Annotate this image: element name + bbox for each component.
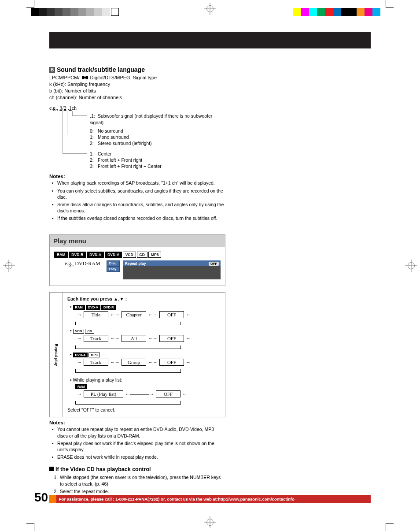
swatch	[309, 8, 317, 16]
each-time-line: Each time you press ▲,▼ :	[67, 296, 221, 301]
note-item: ERASE does not work while in repeat play…	[54, 454, 225, 460]
header-black-band	[49, 32, 371, 48]
crop-mark-tl	[26, 0, 34, 8]
square-bullet-icon	[49, 467, 54, 471]
badge-row-4: RAM	[70, 383, 221, 389]
note-item: Repeat play does not work if the disc's …	[54, 440, 225, 453]
section-b-title: BSound track/subtitle language	[49, 66, 225, 73]
swatch	[39, 8, 47, 16]
def-subwoofer: .1:Subwoofer signal (not displayed if th…	[90, 113, 225, 125]
swatch	[317, 8, 325, 16]
disc-badge: DVD-A	[87, 252, 104, 258]
def-surround-1: 1:Mono surround	[90, 134, 129, 140]
flow-chapter: Chapter	[122, 311, 146, 318]
dark-strip	[123, 266, 221, 279]
def-surround-2: 2:Stereo surround (left/right)	[90, 140, 152, 146]
flow-row-3: →Track ←→Group ←→OFF←	[75, 359, 221, 366]
swatch	[78, 8, 86, 16]
eg-dvd-ram: e.g., DVD-RAM	[65, 260, 100, 267]
flow-title: Title	[84, 311, 108, 318]
repeat-off-badge: OFF	[209, 262, 219, 266]
loop-line	[75, 401, 181, 405]
note-item: When playing back recordings of SAP broa…	[54, 180, 225, 186]
def-surround-0: 0:No surround	[90, 128, 123, 134]
ch-line: ch (channel): Number of channels	[49, 94, 225, 101]
flow-row-2: →Track ←→All ←→OFF←	[75, 335, 221, 342]
crop-mark-tr	[386, 0, 394, 8]
vcd-step-1: While stopped (the screen saver is on th…	[59, 474, 225, 487]
swatch	[94, 8, 102, 16]
play-menu-header: Play menu	[49, 234, 225, 247]
eg-label: e.g., 3/2 .1ch	[49, 105, 77, 111]
vcd-section: If the Video CD has playback control Whi…	[49, 466, 225, 494]
loop-line	[75, 345, 181, 349]
disc-badge: DVD-R	[69, 252, 86, 258]
flow-playlist: PL (Play list)	[84, 390, 123, 397]
tree-line	[72, 111, 73, 115]
signal-type-line: LPCM/PPCM/ Digital/DTS/MPEG: Signal type	[49, 74, 225, 81]
section-b-title-text: Sound track/subtitle language	[57, 66, 145, 73]
khz-line: k (kHz): Sampling frequency	[49, 81, 225, 88]
flow-off: OFF	[156, 390, 181, 397]
page-content: BSound track/subtitle language LPCM/PPCM…	[49, 66, 225, 495]
flow-off: OFF	[159, 359, 184, 366]
disc-badge: RAM	[54, 252, 68, 258]
tree-line	[67, 111, 67, 135]
flow-off: OFF	[159, 335, 184, 342]
disc-badge: DVD-V	[86, 305, 100, 310]
disc-badge: DVD-V	[105, 252, 122, 258]
swatch	[372, 8, 380, 16]
note-item: If the subtitles overlap closed captions…	[54, 215, 225, 221]
swatch	[349, 8, 357, 16]
vcd-steps: While stopped (the screen saver is on th…	[59, 474, 225, 494]
disc-pill: Disc	[107, 260, 120, 266]
repeat-column: Repeat play OFF	[123, 260, 221, 279]
dolby-icon	[82, 76, 88, 79]
swatch	[86, 8, 94, 16]
registration-mark-top	[204, 3, 216, 15]
repeat-play-side-label: Repeat play	[50, 293, 63, 417]
play-menu-title: Play menu	[53, 237, 221, 245]
section-b-badge: B	[49, 67, 55, 73]
repeat-play-content: Each time you press ▲,▼ : • RAMDVD-VDVD-…	[63, 293, 225, 417]
flow-off: OFF	[159, 311, 184, 318]
badge-row-2: • VCDCD	[70, 328, 221, 334]
swatch	[31, 8, 39, 16]
footer-assistance-bar: For assistance, please call : 1-800-211-…	[56, 495, 371, 503]
page-number: 50	[34, 490, 48, 505]
play-pill: Play	[107, 266, 120, 272]
disc-badge: RAM	[75, 384, 87, 389]
def-front-1: 1:Center	[90, 151, 112, 157]
vcd-title: If the Video CD has playback control	[49, 466, 225, 472]
disc-badge: VCD	[73, 329, 85, 334]
notes-title-2: Notes:	[49, 420, 225, 425]
disc-play-stack: Disc Play	[107, 260, 120, 272]
while-playing-label: • While playing a play list:	[70, 377, 221, 382]
swatch	[102, 8, 110, 16]
disc-badge: VCD	[123, 252, 136, 258]
crop-mark-br	[386, 523, 394, 531]
disc-badge: MP3	[148, 252, 161, 258]
crop-mark-bl	[26, 523, 34, 531]
swatch	[341, 8, 349, 16]
flow-group: Group	[122, 359, 146, 366]
tree-line	[63, 111, 63, 153]
def-front-2: 2:Front left + Front right	[90, 157, 142, 163]
swatch	[357, 8, 365, 16]
vcd-step-2: Select the repeat mode.	[59, 488, 225, 495]
disc-badge: MP3	[88, 353, 99, 357]
outline-swatch	[111, 8, 119, 16]
flow-track: Track	[84, 335, 108, 342]
notes-title-1: Notes:	[49, 174, 225, 179]
disc-badge: DVD-A	[73, 353, 88, 357]
notes-list-1: When playing back recordings of SAP broa…	[49, 180, 225, 221]
bit-line: b (bit): Number of bits	[49, 88, 225, 94]
grayscale-swatches	[31, 8, 110, 16]
tree-line	[63, 153, 87, 154]
color-swatches	[293, 8, 380, 16]
note-item: You can only select subtitles, soundtrac…	[54, 188, 225, 200]
footer-orange-accent	[49, 495, 56, 503]
badge-row-3: • DVD-AMP3	[70, 352, 221, 357]
badge-row-1: • RAMDVD-VDVD-R	[70, 304, 221, 310]
note-item: Some discs allow changes to soundtracks,…	[54, 201, 225, 214]
